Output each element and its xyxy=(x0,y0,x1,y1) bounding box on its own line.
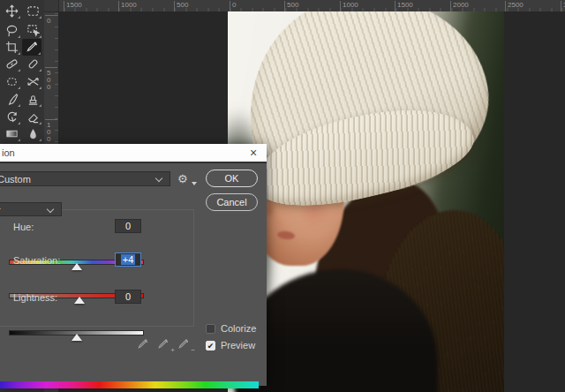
saturation-slider-thumb[interactable] xyxy=(74,297,85,304)
preset-select[interactable]: Custom xyxy=(0,171,170,186)
eraser-tool-icon[interactable] xyxy=(23,109,42,125)
ok-button[interactable]: OK xyxy=(206,170,258,187)
patch-tool-icon[interactable] xyxy=(2,73,21,90)
selected-text: +4 xyxy=(121,254,136,265)
ruler-label: 0 xyxy=(47,18,50,25)
cancel-button[interactable]: Cancel xyxy=(206,193,258,211)
chevron-down-icon xyxy=(155,175,162,182)
lightness-input[interactable]: 0 xyxy=(115,290,141,304)
blur-tool-icon[interactable] xyxy=(23,125,42,142)
close-icon[interactable]: × xyxy=(244,144,263,162)
eyedropper-add-button[interactable]: + xyxy=(157,338,175,351)
hue-saturation-dialog: ion × Custom ⚙ OK Cancel r Hue: 0 Satura… xyxy=(0,144,267,386)
ruler-label: 2500 xyxy=(508,1,524,9)
lightness-label: Lightness: xyxy=(13,292,57,303)
gradient-tool-icon[interactable] xyxy=(2,125,21,142)
eyedropper-sample-button[interactable] xyxy=(137,338,154,351)
move-tool-icon[interactable] xyxy=(2,3,21,19)
ruler-label: 2000 xyxy=(453,1,469,9)
preview-row: ✔ Preview xyxy=(206,340,255,351)
eyedropper-tool-icon[interactable] xyxy=(22,39,41,56)
eyedropper-subtract-button[interactable]: − xyxy=(177,338,195,351)
ruler-label: 500 xyxy=(177,1,188,9)
preview-label: Preview xyxy=(221,340,255,351)
hue-slider-thumb[interactable] xyxy=(72,263,82,270)
minus-icon: − xyxy=(191,346,195,354)
content-aware-move-tool-icon[interactable] xyxy=(23,73,42,90)
ruler-label: 1000 xyxy=(343,1,358,9)
colorize-label: Colorize xyxy=(221,323,256,334)
ruler-label: 500 xyxy=(287,1,298,9)
healing-brush-tool-icon[interactable] xyxy=(23,56,42,72)
object-selection-tool-icon[interactable] xyxy=(23,22,42,39)
chevron-down-icon xyxy=(47,206,54,213)
rectangular-marquee-tool-icon[interactable] xyxy=(23,3,42,19)
ruler-label: 1000 xyxy=(121,1,137,9)
dialog-body: Custom ⚙ OK Cancel r Hue: 0 Saturation: … xyxy=(0,162,267,386)
preview-checkbox[interactable]: ✔ xyxy=(206,341,215,351)
preset-options-button[interactable]: ⚙ xyxy=(177,172,193,186)
spot-healing-brush-tool-icon[interactable] xyxy=(2,56,21,72)
history-brush-tool-icon[interactable] xyxy=(2,109,21,125)
hue-reference-bar xyxy=(0,381,259,388)
gear-dropdown-arrow-icon xyxy=(192,182,197,185)
ruler-origin-corner[interactable] xyxy=(44,0,59,12)
ruler-label: 1500 xyxy=(397,1,413,9)
preset-value: Custom xyxy=(0,174,31,185)
dialog-titlebar[interactable]: ion × xyxy=(0,144,267,162)
colorize-row: Colorize xyxy=(206,323,256,334)
saturation-label: Saturation: xyxy=(13,255,60,266)
hue-input[interactable]: 0 xyxy=(115,219,141,233)
crop-tool-icon[interactable] xyxy=(2,39,21,56)
channel-value: r xyxy=(0,205,1,215)
photo-canvas[interactable] xyxy=(228,11,504,392)
hue-label: Hue: xyxy=(13,222,34,232)
dialog-title: ion xyxy=(2,147,15,158)
ruler-label: 5 0 0 xyxy=(47,70,50,91)
saturation-input[interactable]: +4 xyxy=(115,253,141,267)
channel-select[interactable]: r xyxy=(0,202,62,216)
lightness-slider-thumb[interactable] xyxy=(72,334,82,341)
brush-tool-icon[interactable] xyxy=(2,91,21,108)
ruler-label: 1500 xyxy=(66,1,82,9)
plus-icon: + xyxy=(170,346,175,354)
colorize-checkbox[interactable] xyxy=(206,324,215,334)
clone-stamp-tool-icon[interactable] xyxy=(23,91,42,108)
gear-icon: ⚙ xyxy=(177,172,188,185)
lasso-tool-icon[interactable] xyxy=(2,22,21,39)
horizontal-ruler[interactable]: 15001000500050010001500200025003000 xyxy=(44,0,565,12)
ruler-label: 0 xyxy=(232,1,236,9)
